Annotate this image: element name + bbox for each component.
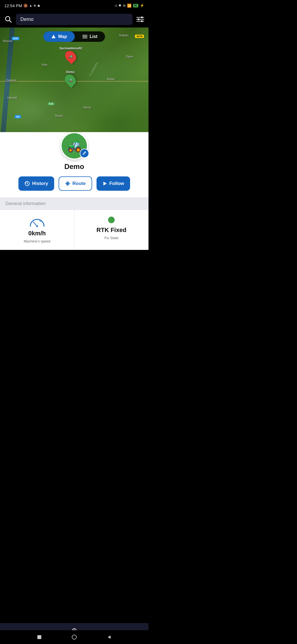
history-button[interactable]: History <box>18 176 54 191</box>
search-input-container[interactable]: Demo <box>16 14 133 25</box>
follow-button[interactable]: Follow <box>97 176 130 191</box>
list-toggle-label: List <box>90 34 97 39</box>
status-right-icons: ◁ ✱ ⊟ 📶 91 ⚡ <box>114 4 144 8</box>
gps-value: RTK Fixed <box>97 227 127 234</box>
search-bar: Demo <box>0 11 148 28</box>
speed-label: Machine's speed <box>24 239 50 243</box>
mute-icon: 🔕 <box>23 4 28 8</box>
bluetooth-icon: ✱ <box>119 4 121 7</box>
battery-saver-icon: ⊟ <box>123 4 125 7</box>
map-toggle-label: Map <box>58 34 67 39</box>
dnd-icon: ◉ <box>37 4 40 7</box>
search-button[interactable] <box>3 14 13 24</box>
wifi-icon: 📶 <box>127 4 131 8</box>
road-n3: N3 <box>15 115 21 118</box>
follow-button-label: Follow <box>109 181 124 186</box>
speed-value: 0km/h <box>28 230 46 237</box>
avatar-tractor-icon: 🚜 <box>67 139 82 153</box>
svg-point-25 <box>40 220 41 222</box>
filter-button[interactable] <box>135 14 145 24</box>
route-button-label: Route <box>72 181 86 186</box>
speedometer-icon <box>29 217 45 228</box>
svg-line-1 <box>9 20 11 22</box>
device-name: Demo <box>0 162 148 171</box>
info-cards: 0km/h Machine's speed RTK Fixed Fix Stat… <box>0 210 148 250</box>
marker-demo-label: Demo <box>66 70 75 73</box>
sync-icon: ⊕ <box>34 4 36 7</box>
road-e42: E42 <box>48 102 55 105</box>
marker-pin-red: 🚜 <box>63 49 79 64</box>
map-list-toggle[interactable]: Map List <box>43 31 105 42</box>
list-toggle-btn[interactable]: List <box>75 31 105 42</box>
general-info-header: General information <box>0 197 148 210</box>
history-button-label: History <box>32 181 48 186</box>
avatar-circle: 🚜 <box>61 132 88 160</box>
road-n79: N79 <box>12 37 19 40</box>
gps-card: RTK Fixed Fix State <box>75 210 149 250</box>
status-time: 12:54 PM <box>4 3 22 8</box>
gps-label: Fix State <box>105 236 119 240</box>
map-background <box>0 28 148 146</box>
detail-panel: 🚜 Demo History <box>0 132 148 250</box>
avatar-container: 🚜 <box>0 132 148 160</box>
marker-sprimatdemo02-label: Sprimatdemo02 <box>59 47 82 50</box>
map-area[interactable]: Riemst Gulpen Epen Vise Oupeye Aubel Her… <box>0 28 148 146</box>
marker-demo[interactable]: Demo 🚜 <box>65 70 75 86</box>
road-n278: N278 <box>135 35 144 38</box>
charging-icon: ⚡ <box>140 4 144 7</box>
edit-badge[interactable] <box>80 149 89 158</box>
marker-sprimatdemo02[interactable]: Sprimatdemo02 🚜 <box>59 47 82 62</box>
gps-status-dot <box>108 217 115 223</box>
map-toggle-btn[interactable]: Map <box>43 31 75 42</box>
svg-marker-22 <box>103 182 107 185</box>
svg-line-24 <box>33 222 37 226</box>
action-buttons: History Route Follow <box>0 176 148 191</box>
battery-level: 91 <box>133 4 138 7</box>
search-input[interactable]: Demo <box>20 17 34 22</box>
navigation-icon: ▲ <box>29 4 32 7</box>
speed-card: 0km/h Machine's speed <box>0 210 74 250</box>
route-button[interactable]: Route <box>59 176 92 191</box>
svg-marker-11 <box>52 35 56 38</box>
status-left: 12:54 PM 🔕 ▲ ⊕ ◉ <box>4 3 40 8</box>
status-bar: 12:54 PM 🔕 ▲ ⊕ ◉ ◁ ✱ ⊟ 📶 91 ⚡ <box>0 0 148 11</box>
location-icon: ◁ <box>114 4 117 7</box>
